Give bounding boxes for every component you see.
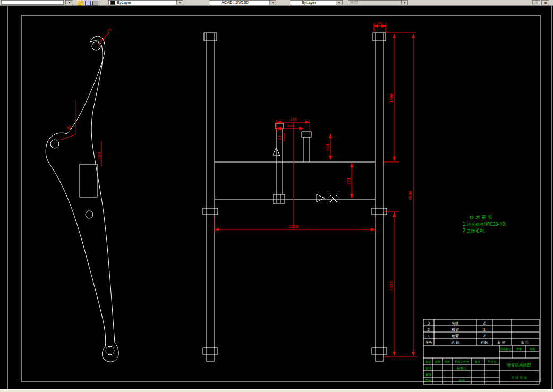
- role-design: 设计: [425, 366, 431, 370]
- notes-line2: 2.去除毛刺。: [463, 228, 488, 233]
- role-approve: 批准: [458, 379, 465, 383]
- dim-bracket-inner: 145: [287, 124, 294, 129]
- sheet-count: 共 张 第 张: [511, 376, 527, 380]
- part-row-qty: 2: [483, 321, 486, 326]
- dim-cap-width: 50: [378, 21, 382, 25]
- color-swatch: [110, 1, 115, 5]
- chevron-down-icon[interactable]: ▼: [269, 1, 276, 5]
- dim-rail-lower: 1140: [389, 281, 394, 291]
- drawing-title: 动臂机构简图: [507, 363, 531, 368]
- arm-mid-hole[interactable]: [86, 211, 93, 218]
- arm-bottom-hole[interactable]: [106, 346, 114, 355]
- dim-arm-angle: 30: [66, 125, 72, 131]
- part-row-no: 3: [428, 321, 430, 326]
- parts-header-remark: 备 注: [521, 340, 529, 345]
- title-block: 3 勾板 2 2 横梁 1 1 动臂 2 序号 名 称 件数 材 料 备 注 标…: [423, 319, 539, 384]
- chevron-down-icon[interactable]: ▾: [65, 0, 73, 5]
- weld-symbol-icon: [273, 148, 280, 156]
- parts-header-name: 名 称: [451, 340, 460, 345]
- layer-props-icon[interactable]: [85, 1, 91, 6]
- chevron-down-icon[interactable]: ▼: [176, 1, 183, 5]
- rev-label: 标记: [425, 360, 432, 364]
- parts-header-qty: 件数: [481, 340, 489, 345]
- parts-header-no: 序号: [426, 340, 433, 345]
- direction-arrow-icon: [317, 194, 325, 202]
- color-combo[interactable]: ByLayer ▼: [108, 0, 183, 5]
- arm-window-cutout[interactable]: [80, 164, 97, 197]
- part-row-name: 勾板: [452, 321, 459, 326]
- toolbar-right-icon-1[interactable]: ◫: [532, 0, 540, 5]
- stage-mark-label: 阶段标记: [500, 347, 511, 351]
- layer-field[interactable]: [1, 0, 64, 5]
- part-row-name: 动臂: [452, 334, 459, 338]
- toolbar-right-icon-2[interactable]: ▦: [541, 0, 549, 5]
- arm-side-hole[interactable]: [50, 140, 59, 148]
- beam-bracket[interactable]: [273, 123, 337, 203]
- cad-window: ▾ ByLayer ▼ ACAD...2W100 ▼ ByLayer ▼ 随层 …: [0, 0, 553, 392]
- dim-plate-thickness: 13: [278, 135, 282, 140]
- lever-arm-dimensions: 55 30 100: [61, 28, 112, 167]
- drawing-canvas[interactable]: 55 30 100: [0, 5, 553, 390]
- rev-label: 更改文件号: [454, 360, 469, 363]
- layers-icon[interactable]: [78, 1, 83, 6]
- status-bar: [0, 389, 553, 392]
- role-check: 审核: [425, 372, 431, 376]
- frame-rails[interactable]: [203, 33, 387, 361]
- technical-notes: 技 术 要 求 1.淬火处理HRC38-40; 2.去除毛刺。: [463, 215, 506, 233]
- dim-total-height: 2500: [409, 191, 413, 200]
- arm-top-hole[interactable]: [92, 42, 100, 50]
- dim-stub-height: 311: [326, 143, 330, 150]
- lineweight-combo[interactable]: ByLayer ▼: [290, 0, 343, 5]
- dim-arm-offset: 100: [97, 152, 101, 159]
- role-standard: 标准化: [456, 366, 466, 370]
- chevron-down-icon[interactable]: ▼: [401, 1, 407, 5]
- part-row-name: 横梁: [452, 327, 459, 332]
- lineweight-combo-value: ByLayer: [301, 1, 316, 5]
- rev-label: 处数: [435, 360, 441, 364]
- part-row-qty: 1: [483, 328, 486, 332]
- lever-arm-geometry[interactable]: [46, 36, 118, 362]
- linetype-combo[interactable]: ACAD...2W100 ▼: [209, 0, 276, 5]
- make-layer-icon[interactable]: [92, 1, 98, 6]
- model-space[interactable]: 55 30 100: [0, 5, 553, 392]
- notes-heading: 技 术 要 求: [469, 215, 492, 220]
- dim-bracket-outer: 148: [290, 117, 296, 122]
- rev-label: 签名: [475, 360, 481, 364]
- dim-beam-span: 1260: [288, 225, 298, 229]
- rev-label: 分区: [445, 360, 451, 363]
- frame-dimensions: 50 1000 1140 2500 1260 271 148 145 311 1…: [215, 21, 418, 357]
- color-combo-value: ByLayer: [117, 1, 132, 5]
- dim-rail-upper: 1000: [389, 93, 394, 103]
- lever-arm-outline[interactable]: [46, 36, 118, 362]
- stage-weight-label: 质量: [516, 347, 522, 351]
- part-row-no: 1: [428, 334, 430, 338]
- linetype-combo-value: ACAD...2W100: [222, 1, 249, 5]
- rev-label: 年月日: [488, 360, 497, 364]
- properties-toolbar: ▾ ByLayer ▼ ACAD...2W100 ▼ ByLayer ▼ 随层 …: [0, 0, 553, 5]
- parts-header-material: 材 料: [497, 340, 506, 345]
- plotstyle-combo[interactable]: 随层 ▼: [348, 0, 408, 5]
- part-row-qty: 2: [483, 334, 486, 338]
- part-row-no: 2: [428, 328, 430, 332]
- chevron-down-icon[interactable]: ▼: [336, 1, 342, 5]
- dim-beam-height: 271: [347, 177, 351, 184]
- role-process: 工艺: [425, 379, 431, 382]
- stage-scale-label: 比例: [530, 347, 535, 351]
- notes-line1: 1.淬火处理HRC38-40;: [463, 222, 506, 227]
- dim-arm-top: 55: [106, 28, 112, 34]
- plotstyle-combo-value: 随层: [350, 1, 358, 5]
